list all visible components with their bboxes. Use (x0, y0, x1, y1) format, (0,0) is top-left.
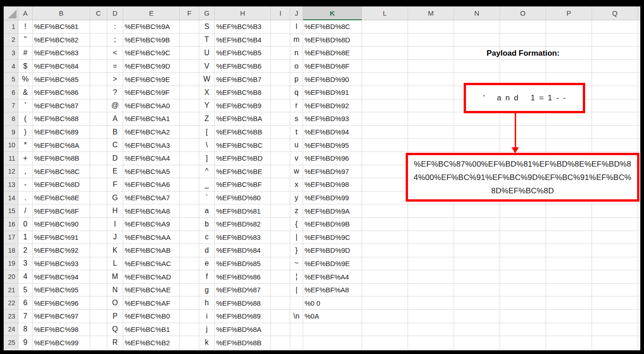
arrow-down-line[interactable] (515, 113, 516, 148)
cell-F10[interactable] (180, 139, 199, 152)
column-header-A[interactable]: A (18, 6, 33, 20)
cell-A25[interactable]: 9 (18, 336, 33, 349)
cell-P4[interactable] (546, 60, 592, 73)
cell-P17[interactable] (546, 231, 592, 244)
cell-I16[interactable] (271, 218, 290, 231)
cell-D19[interactable]: L (107, 257, 123, 271)
cell-K11[interactable]: %EF%BD%96 (303, 152, 362, 165)
cell-O2[interactable] (500, 34, 546, 47)
cell-E5[interactable]: %EF%BC%9E (123, 73, 180, 86)
cell-G2[interactable]: T (199, 34, 215, 47)
row-header-23[interactable]: 23 (4, 310, 18, 323)
cell-P8[interactable] (546, 112, 592, 126)
cell-H5[interactable]: %EF%BC%B7 (215, 73, 271, 86)
cell-M18[interactable] (408, 244, 454, 257)
cell-E21[interactable]: %EF%BC%AE (123, 284, 180, 297)
cell-I7[interactable] (271, 99, 290, 113)
cell-C23[interactable] (90, 310, 107, 323)
cell-F2[interactable] (180, 34, 199, 47)
cell-E2[interactable]: %EF%BC%9B (123, 34, 180, 47)
cell-L1[interactable] (362, 20, 408, 34)
cell-K24[interactable] (303, 323, 362, 337)
cell-L13[interactable] (362, 178, 408, 192)
cell-J5[interactable]: p (290, 73, 303, 86)
cell-B24[interactable]: %EF%BC%98 (33, 323, 90, 337)
cell-J25[interactable] (290, 336, 303, 349)
cell-L8[interactable] (362, 112, 408, 126)
cell-C16[interactable] (90, 218, 107, 231)
cell-M2[interactable] (408, 34, 454, 47)
cell-O16[interactable] (500, 218, 546, 231)
cell-F18[interactable] (180, 244, 199, 257)
cell-P23[interactable] (546, 310, 592, 323)
cell-K16[interactable]: %EF%BD%9B (303, 218, 362, 231)
cell-C25[interactable] (90, 336, 107, 349)
cell-E13[interactable]: %EF%BC%A6 (123, 178, 180, 192)
cell-Q18[interactable] (592, 244, 638, 257)
cell-E23[interactable]: %EF%BC%B0 (123, 310, 180, 323)
cell-B21[interactable]: %EF%BC%95 (33, 284, 90, 297)
cell-Q8[interactable] (592, 112, 638, 126)
cell-F20[interactable] (180, 270, 199, 284)
cell-D17[interactable]: J (107, 231, 123, 244)
cell-H22[interactable]: %EF%BD%88 (215, 296, 271, 310)
cell-N24[interactable] (454, 323, 500, 337)
cell-E4[interactable]: %EF%BC%9D (123, 60, 180, 73)
cell-E12[interactable]: %EF%BC%A5 (123, 165, 180, 179)
cell-D18[interactable]: K (107, 244, 123, 257)
select-all-button[interactable] (4, 6, 18, 20)
cell-E16[interactable]: %EF%BC%A9 (123, 218, 180, 231)
cell-D7[interactable]: @ (107, 99, 123, 113)
cell-O18[interactable] (500, 244, 546, 257)
cell-L25[interactable] (362, 336, 408, 349)
cell-L14[interactable] (362, 192, 408, 205)
column-header-J[interactable]: J (290, 6, 303, 20)
cell-O24[interactable] (500, 323, 546, 337)
cell-B4[interactable]: %EF%BC%84 (33, 60, 90, 73)
cell-K2[interactable]: %EF%BD%8D (303, 34, 362, 47)
column-header-N[interactable]: N (454, 6, 500, 20)
cell-A8[interactable]: ( (18, 112, 33, 126)
cell-J21[interactable]: | (290, 284, 303, 297)
cell-O9[interactable] (500, 126, 546, 139)
cell-O21[interactable] (500, 284, 546, 297)
column-header-K[interactable]: K (303, 6, 362, 20)
cell-K15[interactable]: %EF%BD%9A (303, 204, 362, 218)
row-header-3[interactable]: 3 (4, 46, 18, 60)
cell-H18[interactable]: %EF%BD%84 (215, 244, 271, 257)
cell-F13[interactable] (180, 178, 199, 192)
cell-E18[interactable]: %EF%BC%AB (123, 244, 180, 257)
row-header-11[interactable]: 11 (4, 152, 18, 165)
cell-G8[interactable]: Z (199, 112, 215, 126)
cell-B20[interactable]: %EF%BC%94 (33, 270, 90, 284)
cell-C8[interactable] (90, 112, 107, 126)
cell-M10[interactable] (408, 139, 454, 152)
cell-Q20[interactable] (592, 270, 638, 284)
cell-I2[interactable] (271, 34, 290, 47)
column-header-E[interactable]: E (123, 6, 180, 20)
cell-I10[interactable] (271, 139, 290, 152)
cell-J24[interactable] (290, 323, 303, 337)
cell-G16[interactable]: b (199, 218, 215, 231)
cell-A20[interactable]: 4 (18, 270, 33, 284)
cell-A9[interactable]: ) (18, 126, 33, 139)
cell-H21[interactable]: %EF%BD%87 (215, 284, 271, 297)
cell-B14[interactable]: %EF%BC%8E (33, 192, 90, 205)
cell-G6[interactable]: X (199, 86, 215, 99)
cell-D15[interactable]: H (107, 204, 123, 218)
cell-L12[interactable] (362, 165, 408, 179)
cell-L4[interactable] (362, 60, 408, 73)
cell-F15[interactable] (180, 204, 199, 218)
cell-J1[interactable]: l (290, 20, 303, 34)
cell-M20[interactable] (408, 270, 454, 284)
cell-O23[interactable] (500, 310, 546, 323)
cell-D1[interactable]: : (107, 20, 123, 34)
cell-K3[interactable]: %EF%BD%8E (303, 46, 362, 60)
cell-Q24[interactable] (592, 323, 638, 337)
cell-C6[interactable] (90, 86, 107, 99)
cell-G9[interactable]: [ (199, 126, 215, 139)
cell-B16[interactable]: %EF%BC%90 (33, 218, 90, 231)
cell-O17[interactable] (500, 231, 546, 244)
cell-B7[interactable]: %EF%BC%87 (33, 99, 90, 113)
cell-Q1[interactable] (592, 20, 638, 34)
